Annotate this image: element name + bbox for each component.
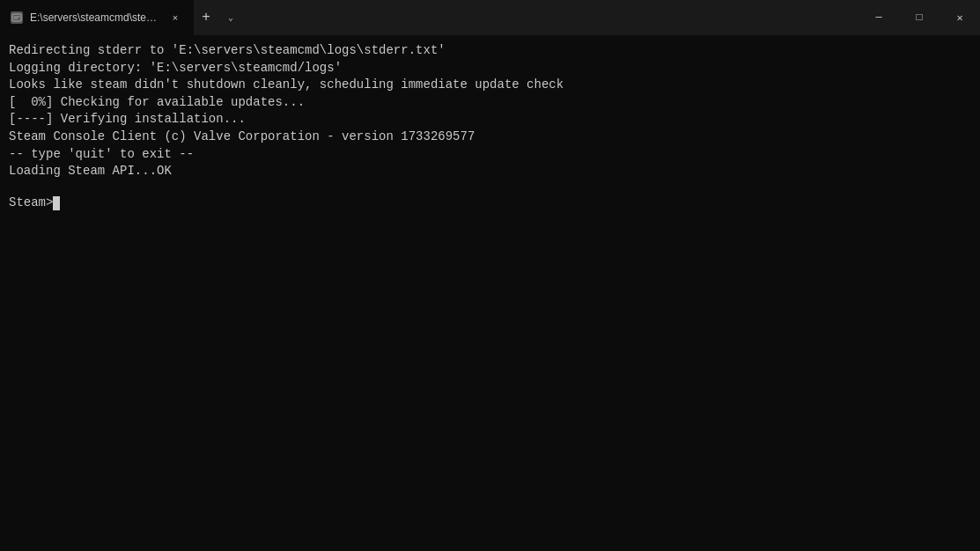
minimize-icon: ─	[875, 11, 881, 24]
terminal-cursor	[53, 196, 60, 210]
terminal-body[interactable]: Redirecting stderr to 'E:\servers\steamc…	[0, 35, 980, 551]
tab-label: E:\servers\steamcmd\steamcr	[30, 11, 160, 24]
terminal-line: [----] Verifying installation...	[9, 111, 971, 129]
terminal-prompt-line: Steam>	[9, 195, 971, 212]
tab-active[interactable]: E:\servers\steamcmd\steamcr ×	[0, 0, 194, 35]
titlebar: E:\servers\steamcmd\steamcr × + ⌄ ─ □ ✕	[0, 0, 980, 35]
tab-icon	[11, 11, 23, 24]
titlebar-right: ─ □ ✕	[858, 0, 980, 35]
tab-close-button[interactable]: ×	[167, 10, 183, 26]
terminal-line: Loading Steam API...OK	[9, 163, 971, 180]
svg-rect-0	[12, 14, 21, 21]
close-button[interactable]: ✕	[939, 0, 980, 35]
maximize-button[interactable]: □	[899, 0, 939, 35]
terminal-window: E:\servers\steamcmd\steamcr × + ⌄ ─ □ ✕ …	[0, 0, 980, 551]
prompt-text: Steam>	[9, 195, 53, 212]
terminal-line: Looks like steam didn't shutdown cleanly…	[9, 77, 971, 94]
terminal-line: -- type 'quit' to exit --	[9, 146, 971, 164]
new-tab-button[interactable]: +	[194, 5, 218, 30]
terminal-line: [ 0%] Checking for available updates...	[9, 94, 971, 112]
terminal-line: Redirecting stderr to 'E:\servers\steamc…	[9, 42, 971, 60]
tab-dropdown-button[interactable]: ⌄	[218, 5, 243, 30]
terminal-line: Logging directory: 'E:\servers\steamcmd/…	[9, 60, 971, 77]
minimize-button[interactable]: ─	[858, 0, 899, 35]
close-icon: ✕	[956, 11, 962, 25]
terminal-line: Steam Console Client (c) Valve Corporati…	[9, 129, 971, 146]
maximize-icon: □	[916, 11, 922, 24]
titlebar-left: E:\servers\steamcmd\steamcr × + ⌄	[0, 0, 243, 35]
terminal-output: Redirecting stderr to 'E:\servers\steamc…	[9, 42, 971, 180]
